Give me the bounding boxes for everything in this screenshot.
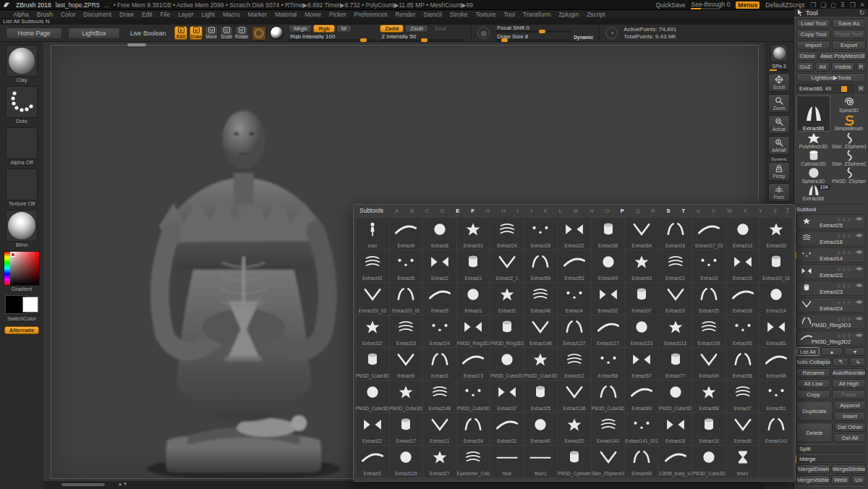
subtool-cell[interactable]: PM3D_Cube3D1	[356, 380, 389, 412]
menu-item-preferences[interactable]: Preferences	[354, 11, 388, 18]
subtool-cell[interactable]: Extract12	[558, 348, 591, 380]
subtool-cell[interactable]: PM3D_Cube3D1	[592, 380, 625, 412]
subtool-row[interactable]: PM3D_Ring3D3	[796, 314, 866, 329]
eye-visibility-icon[interactable]	[856, 299, 863, 305]
subtool-cell[interactable]: Extract21	[659, 250, 692, 282]
live-boolean-button[interactable]: Live Boolean	[126, 27, 170, 39]
subtool-cell[interactable]: Extract20_01	[390, 283, 423, 315]
subtool-cell[interactable]: Extract1	[457, 283, 490, 315]
menu-item-document[interactable]: Document	[83, 11, 111, 18]
secondary-color-swatch[interactable]	[22, 297, 38, 312]
menu-item-marker[interactable]: Marker	[248, 11, 267, 18]
spix-slider[interactable]: SPix 3	[768, 64, 790, 71]
zoom-button[interactable]: Zoom	[768, 94, 790, 113]
all-high-button[interactable]: All High	[832, 379, 866, 388]
menu-item-movie[interactable]: Movie	[305, 11, 321, 18]
tool-thumb[interactable]: PM3D_ZSphere1	[832, 166, 866, 184]
zsub-button[interactable]: Zsub	[405, 25, 428, 33]
restore-icon[interactable]: ❒	[849, 1, 855, 9]
export-button[interactable]: Export	[832, 41, 866, 50]
scale-mode-button[interactable]: SScale	[220, 26, 233, 40]
subtool-cell[interactable]: Extract2	[490, 283, 524, 315]
subtool-cell[interactable]: Skin_ZSphere3	[592, 446, 625, 477]
menu-item-brush[interactable]: Brush	[37, 11, 53, 18]
doc-scroll-thumb[interactable]	[127, 43, 146, 46]
lock-icon[interactable]: ◻	[830, 1, 835, 9]
subtool-cell[interactable]: Extract11	[423, 413, 456, 445]
subtool-cell[interactable]: Extract77	[659, 348, 692, 380]
subtool-cell[interactable]: Extract24	[423, 315, 456, 347]
subtool-cell[interactable]: Extract57	[625, 348, 658, 380]
eye-visibility-icon[interactable]	[856, 316, 863, 321]
subtool-cell[interactable]: Extract5	[423, 283, 456, 315]
subtool-cell[interactable]: Extract1	[457, 250, 490, 282]
subtool-cell[interactable]: Extract25	[524, 380, 558, 412]
subtool-cell[interactable]: Extract5	[390, 250, 423, 282]
boolean-section[interactable]: Boolean	[796, 486, 866, 489]
menu-item-zplugin[interactable]: Zplugin	[558, 11, 579, 18]
letter-filter-B[interactable]: B	[410, 208, 414, 214]
letter-filter-W[interactable]: W	[727, 208, 732, 214]
subtool-cell[interactable]: Extract42	[356, 250, 389, 282]
letter-filter-C[interactable]: C	[425, 208, 429, 214]
rgb-intensity-slider[interactable]: Rgb Intensity 100	[289, 34, 374, 41]
subtool-cell[interactable]: Extract58	[592, 348, 625, 380]
del-all-button[interactable]: Del All	[834, 433, 866, 443]
mergedown-button[interactable]: MergeDown	[796, 464, 830, 474]
goz-visible-button[interactable]: Visible	[831, 62, 855, 72]
make-polymesh3d-button[interactable]: Make PolyMesh3D	[820, 51, 866, 61]
eye-visibility-icon[interactable]	[856, 250, 863, 255]
subtool-cell[interactable]: Extract9	[390, 348, 423, 380]
clone-button[interactable]: Clone	[796, 51, 818, 61]
subtool-cell[interactable]: Extract14	[760, 283, 793, 315]
active-tool-slider[interactable]: Extract86. 49	[796, 84, 855, 93]
subtool-cell[interactable]: Extract32	[592, 283, 625, 315]
subtool-cell[interactable]: Extract127	[592, 315, 625, 347]
subtool-cell[interactable]: EyesInner_Color	[457, 446, 490, 477]
subtool-cell[interactable]: Extract109	[692, 315, 726, 347]
append-button[interactable]: Append	[834, 401, 866, 410]
menu-item-stroke[interactable]: Stroke	[450, 11, 468, 18]
lightbox-tools-button[interactable]: Lightbox▶Tools	[796, 73, 866, 82]
subtool-cell[interactable]: Extract92	[726, 315, 760, 347]
subtool-cell[interactable]: PM3D_Ring3D2	[490, 315, 524, 347]
rename-button[interactable]: Rename	[796, 368, 830, 378]
menu-item-stencil[interactable]: Stencil	[423, 11, 442, 18]
uv-button[interactable]: Uv	[851, 475, 866, 485]
list-all-button[interactable]: List All	[796, 347, 820, 356]
menu-item-file[interactable]: File	[161, 11, 171, 18]
subtool-cell[interactable]: Extract34	[457, 413, 490, 445]
subtool-cell[interactable]: Extract141	[760, 413, 793, 445]
subtool-row[interactable]: Extract22	[796, 264, 866, 279]
tool-thumb[interactable]: Skin_ZSphere2	[832, 149, 866, 166]
subtool-cell[interactable]: Extract16	[726, 283, 760, 315]
menu-item-macro[interactable]: Macro	[223, 11, 240, 18]
menu-item-material[interactable]: Material	[275, 11, 297, 18]
subtool-cell[interactable]: Extract81	[760, 315, 793, 347]
home-page-button[interactable]: Home Page	[6, 27, 62, 39]
subtool-cell[interactable]: Extract16	[692, 413, 726, 445]
subtool-cell[interactable]: Extract64	[625, 218, 658, 250]
subtool-cell[interactable]: PM3D_Cube3D1	[692, 446, 726, 477]
rgb-button[interactable]: Rgb	[313, 25, 335, 33]
subtool-row[interactable]: Extract16	[796, 231, 866, 246]
subtool-cell[interactable]: Extract123	[625, 315, 658, 347]
eye-visibility-icon[interactable]	[856, 233, 863, 238]
letter-filter-L[interactable]: L	[559, 208, 562, 214]
subtool-cell[interactable]: Extract17	[390, 413, 423, 445]
subtool-cell[interactable]: Extract48	[524, 283, 558, 315]
letter-filter-Q[interactable]: Q	[636, 208, 640, 214]
current-texture[interactable]: Texture Off	[5, 169, 38, 208]
stroke-falloff-icon[interactable]: ◎	[477, 27, 490, 39]
subtool-cell[interactable]: Extract27	[423, 446, 456, 477]
eye-visibility-icon[interactable]	[856, 283, 863, 288]
aahalf-button[interactable]: AAHalf	[768, 136, 790, 155]
subtool-row[interactable]: Extract23	[796, 281, 866, 296]
panel-curl-icon[interactable]: ⤴	[786, 207, 790, 214]
menu-item-layer[interactable]: Layer	[178, 11, 193, 18]
color-selector[interactable]: Gradient	[5, 251, 38, 293]
tool-thumb[interactable]: 104Extract86	[796, 184, 830, 201]
bpr-render-button[interactable]	[770, 44, 788, 61]
subtool-cell[interactable]: Extract28	[524, 218, 558, 250]
letter-filter-O[interactable]: O	[605, 208, 609, 214]
